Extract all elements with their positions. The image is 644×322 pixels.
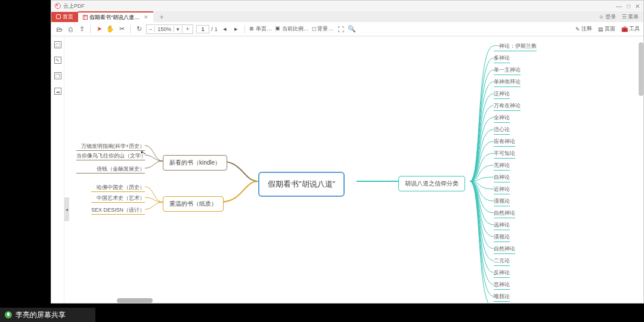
leaf-belief-8[interactable]: 应有神论 <box>494 138 515 147</box>
leaf-belief-17[interactable]: 自然神论 <box>494 245 515 254</box>
sidebar-collapse-handle[interactable]: ◂ <box>64 197 69 221</box>
next-page-icon[interactable]: ▸ <box>232 25 240 33</box>
app-title: 云上PDF <box>63 2 85 10</box>
cloud-panel-icon[interactable]: ☁ <box>54 88 61 95</box>
tab-document-label: 假期看书“胡说八道… <box>89 14 140 21</box>
leaf-belief-5[interactable]: 万有在神论 <box>494 102 521 111</box>
leaf-belief-11[interactable]: 自神论 <box>494 174 510 182</box>
search-icon[interactable]: 🔍 <box>348 25 356 33</box>
tab-document[interactable]: P 假期看书“胡说八道… ✕ <box>78 11 153 23</box>
page-total: 1 <box>215 26 218 32</box>
titlebar: 云上PDF — □ ✕ <box>51 1 643 11</box>
document-canvas[interactable]: ◂ 假期看书"胡说八道" 新 <box>64 36 643 303</box>
tools-button[interactable]: 🧰 工具 <box>621 25 640 33</box>
scissors-icon[interactable]: ✂ <box>117 25 126 33</box>
pdf-app-window: 云上PDF — □ ✕ 首页 P 假期看书“胡说八道… ✕ ＋ ☺登录 ☰菜单 … <box>51 0 644 304</box>
leaf-belief-19[interactable]: 反神论 <box>494 269 510 278</box>
microphone-icon[interactable] <box>5 311 12 318</box>
single-page-option[interactable]: 🗎 单页… <box>249 25 273 33</box>
leaf-kindle-1[interactable]: 当你像鸟飞往你的山（文学） <box>76 152 145 160</box>
leaf-belief-2[interactable]: 单一主神论 <box>494 66 521 75</box>
tab-close-icon[interactable]: ✕ <box>144 14 148 20</box>
hand-tool-icon[interactable]: ✋ <box>106 25 114 33</box>
edit-panel-icon[interactable]: ✎ <box>54 57 61 64</box>
tab-bar: 首页 P 假期看书“胡说八道… ✕ ＋ ☺登录 ☰菜单 <box>51 11 643 22</box>
fullscreen-icon[interactable]: ⛶ <box>336 25 345 33</box>
thumbnail-panel-icon[interactable]: ▢ <box>54 41 61 48</box>
leaf-belief-6[interactable]: 全神论 <box>494 114 510 123</box>
leaf-kindle-0[interactable]: 万物发明指南(科学+历史） <box>76 143 145 151</box>
mindmap-node-kindle[interactable]: 新看的书（kindle） <box>163 155 227 171</box>
page-current-input[interactable] <box>196 25 209 33</box>
page-navigator: / 1 <box>196 25 218 33</box>
menu-button[interactable]: ☰菜单 <box>622 13 639 21</box>
open-file-icon[interactable]: 🗁 <box>55 25 63 33</box>
window-maximize-button[interactable]: □ <box>627 3 630 10</box>
leaf-belief-0[interactable]: 一神论：伊斯兰教 <box>494 42 537 51</box>
app-logo-icon <box>55 3 61 9</box>
main-toolbar: 🗁 ⎙ ⇪ ➤ ✋ ✂ ↻ − 150% ▾ ＋ / 1 ◂ ▸ 🗎 单页… ▣… <box>51 22 643 36</box>
leaf-belief-16[interactable]: 漠视论 <box>494 233 510 242</box>
zoom-value[interactable]: 150% <box>155 26 174 32</box>
tab-add-button[interactable]: ＋ <box>153 12 170 22</box>
prev-page-icon[interactable]: ◂ <box>221 25 229 33</box>
leaf-belief-10[interactable]: 无神论 <box>494 162 510 171</box>
background-option[interactable]: ◻ 背景… <box>312 25 334 33</box>
leaf-belief-3[interactable]: 单神崇拜论 <box>494 78 521 87</box>
window-close-button[interactable]: ✕ <box>635 3 640 10</box>
print-icon[interactable]: ⎙ <box>66 25 75 33</box>
mindmap-root-node[interactable]: 假期看书"胡说八道" <box>258 172 345 197</box>
tab-home-label: 首页 <box>63 13 73 21</box>
scale-option[interactable]: ▣ 当前比例… <box>275 25 309 33</box>
leaf-belief-12[interactable]: 近神论 <box>494 185 510 194</box>
export-icon[interactable]: ⇪ <box>78 25 86 33</box>
mindmap-node-paper[interactable]: 重温的书（纸质） <box>163 196 224 212</box>
home-icon <box>56 14 61 19</box>
vertical-scrollbar[interactable] <box>639 36 643 303</box>
leaf-belief-9[interactable]: 不可知论 <box>494 150 515 159</box>
cursor-tool-icon[interactable]: ➤ <box>95 25 103 33</box>
leaf-kindle-2[interactable]: 借钱（金融发展史） <box>76 165 145 174</box>
annotate-button[interactable]: ✎ 注释 <box>575 25 592 33</box>
window-minimize-button[interactable]: — <box>616 3 622 10</box>
leaf-belief-18[interactable]: 二元论 <box>494 257 510 266</box>
leaf-belief-20[interactable]: 恶神论 <box>494 281 510 290</box>
leaf-belief-1[interactable]: 多神论 <box>494 54 510 63</box>
tab-home[interactable]: 首页 <box>51 12 78 22</box>
mindmap-connectors <box>64 36 643 303</box>
left-sidebar: ▢ ✎ ❐ ☁ <box>51 36 64 303</box>
content-area: ▢ ✎ ❐ ☁ ◂ <box>51 36 643 303</box>
login-link[interactable]: ☺登录 <box>599 13 616 21</box>
horizontal-scrollbar[interactable] <box>117 298 636 303</box>
zoom-dropdown-icon[interactable]: ▾ <box>174 26 182 32</box>
leaf-paper-0[interactable]: 哈佛中国史（历史） <box>91 184 145 192</box>
pdf-file-icon: P <box>83 15 88 20</box>
leaf-belief-7[interactable]: 活心论 <box>494 126 510 135</box>
leaf-belief-15[interactable]: 远神论 <box>494 221 510 230</box>
zoom-control: − 150% ▾ ＋ <box>146 24 193 34</box>
zoom-in-button[interactable]: ＋ <box>182 25 193 33</box>
leaf-belief-14[interactable]: 自然神论 <box>494 209 515 218</box>
leaf-paper-1[interactable]: 中国艺术史（艺术） <box>91 194 145 203</box>
zoom-out-button[interactable]: − <box>147 26 155 32</box>
screen-share-overlay: 李亮的屏幕共享 <box>0 308 95 322</box>
screen-share-label: 李亮的屏幕共享 <box>16 310 66 320</box>
leaf-belief-13[interactable]: 漠视论 <box>494 197 510 206</box>
pages-panel-button[interactable]: ▤ 页面 <box>598 25 615 33</box>
layers-panel-icon[interactable]: ❐ <box>54 72 61 79</box>
rotate-icon[interactable]: ↻ <box>135 25 143 33</box>
page-separator: / <box>211 26 213 32</box>
leaf-paper-2[interactable]: SEX DESISN（设计） <box>91 206 145 215</box>
mindmap-node-belief[interactable]: 胡说八道之信仰分类 <box>398 176 465 191</box>
leaf-belief-4[interactable]: 泛神论 <box>494 90 510 99</box>
